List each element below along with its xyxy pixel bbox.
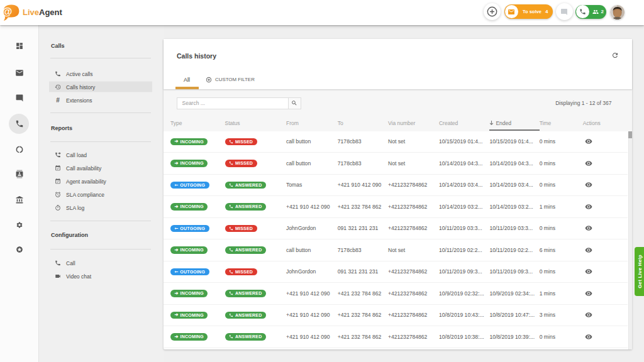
svg-text:@: @ (2, 6, 12, 17)
